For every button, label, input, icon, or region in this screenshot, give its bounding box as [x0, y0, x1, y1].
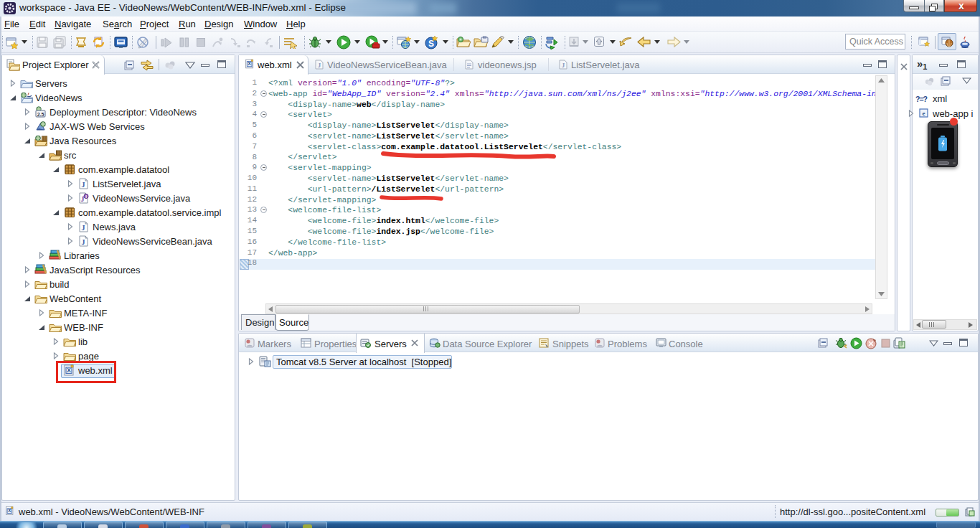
svg-text:X: X [248, 62, 251, 67]
svg-text:J: J [562, 62, 565, 69]
svg-text:J: J [82, 238, 85, 246]
svg-text:J: J [318, 62, 321, 69]
svg-text:2.5: 2.5 [37, 112, 44, 117]
svg-text:J: J [82, 181, 85, 189]
svg-text:e: e [923, 110, 925, 117]
svg-text:X: X [8, 508, 11, 513]
svg-text:J: J [82, 224, 85, 232]
